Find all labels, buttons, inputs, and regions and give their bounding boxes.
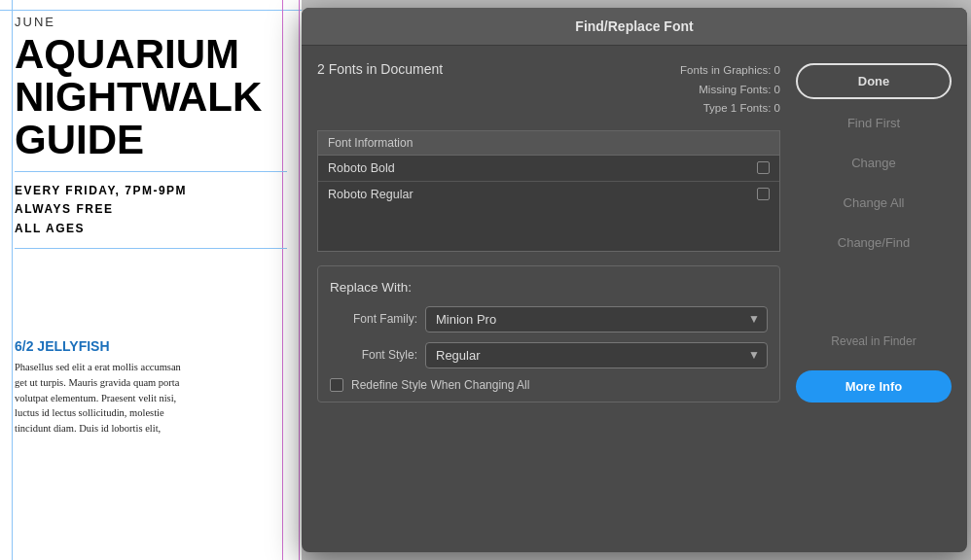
doc-subtitle-line2: ALWAYS FREE: [15, 200, 287, 219]
font-name-roboto-bold: Roboto Bold: [328, 161, 395, 175]
font-list-item[interactable]: Roboto Bold: [318, 156, 779, 182]
dialog-left-panel: 2 Fonts in Document Fonts in Graphics: 0…: [317, 61, 780, 402]
reveal-in-finder-button[interactable]: Reveal in Finder: [796, 326, 952, 357]
redefine-label: Redefine Style When Changing All: [351, 378, 529, 392]
font-family-row: Font Family: Minion Pro Arial Helvetica …: [330, 306, 768, 332]
dialog-right-panel: Done Find First Change Change All Change…: [796, 61, 952, 402]
fonts-in-graphics: Fonts in Graphics: 0: [680, 61, 780, 81]
doc-divider-1: [15, 171, 287, 172]
document-content: JUNE AQUARIUM NIGHTWALK GUIDE EVERY FRID…: [15, 15, 287, 259]
font-checkbox-roboto-bold[interactable]: [757, 161, 770, 174]
font-family-select[interactable]: Minion Pro Arial Helvetica Times New Rom…: [425, 306, 768, 332]
guide-horizontal-1: [0, 10, 302, 11]
font-list: Roboto Bold Roboto Regular: [317, 155, 780, 252]
doc-title-line1: AQUARIUM: [15, 33, 287, 76]
font-family-label: Font Family:: [330, 312, 417, 326]
find-first-button[interactable]: Find First: [796, 107, 952, 139]
doc-subtitle-line3: ALL AGES: [15, 220, 287, 238]
fonts-stats: Fonts in Graphics: 0 Missing Fonts: 0 Ty…: [680, 61, 780, 119]
doc-subtitle: EVERY FRIDAY, 7PM-9PM ALWAYS FREE ALL AG…: [15, 182, 287, 238]
more-info-button[interactable]: More Info: [796, 370, 952, 402]
doc-title-line2: NIGHTWALK: [15, 76, 287, 119]
doc-divider-2: [15, 248, 287, 249]
redefine-row: Redefine Style When Changing All: [330, 378, 768, 392]
font-style-row: Font Style: Regular Bold Italic Bold Ita…: [330, 342, 768, 368]
type1-fonts: Type 1 Fonts: 0: [680, 99, 780, 119]
find-replace-dialog: Find/Replace Font 2 Fonts in Document Fo…: [302, 8, 967, 552]
font-family-select-wrapper[interactable]: Minion Pro Arial Helvetica Times New Rom…: [425, 306, 768, 332]
doc-title: AQUARIUM NIGHTWALK GUIDE: [15, 33, 287, 161]
doc-event-title: 6/2 JELLYFISH: [15, 338, 287, 354]
guide-vertical-3: [299, 0, 300, 560]
doc-event-section: 6/2 JELLYFISH Phasellus sed elit a erat …: [15, 338, 287, 437]
doc-event-body: Phasellus sed elit a erat mollis accumsa…: [15, 360, 287, 437]
fonts-count-label: 2 Fonts in Document: [317, 61, 443, 77]
dialog-titlebar: Find/Replace Font: [302, 8, 967, 46]
font-info-label: Font Information: [328, 136, 413, 150]
change-find-button[interactable]: Change/Find: [796, 227, 952, 259]
doc-month: JUNE: [15, 15, 287, 29]
change-all-button[interactable]: Change All: [796, 187, 952, 219]
redefine-checkbox[interactable]: [330, 378, 343, 392]
change-button[interactable]: Change: [796, 147, 952, 179]
dialog-title: Find/Replace Font: [575, 18, 693, 34]
font-style-select[interactable]: Regular Bold Italic Bold Italic: [425, 342, 768, 368]
font-list-item[interactable]: Roboto Regular: [318, 182, 779, 207]
font-style-label: Font Style:: [330, 348, 417, 362]
guide-vertical-1: [12, 0, 13, 560]
doc-subtitle-line1: EVERY FRIDAY, 7PM-9PM: [15, 182, 287, 200]
dialog-body: 2 Fonts in Document Fonts in Graphics: 0…: [302, 46, 967, 418]
document-canvas: JUNE AQUARIUM NIGHTWALK GUIDE EVERY FRID…: [0, 0, 302, 560]
replace-with-title: Replace With:: [330, 280, 768, 295]
doc-event-date: 6/2: [15, 338, 33, 354]
font-name-roboto-regular: Roboto Regular: [328, 188, 414, 201]
missing-fonts: Missing Fonts: 0: [680, 81, 780, 100]
font-list-header: Font Information: [317, 130, 780, 155]
doc-event-name: JELLYFISH: [37, 338, 109, 354]
done-button[interactable]: Done: [796, 63, 952, 99]
replace-with-section: Replace With: Font Family: Minion Pro Ar…: [317, 265, 780, 402]
doc-title-line3: GUIDE: [15, 119, 287, 161]
font-style-select-wrapper[interactable]: Regular Bold Italic Bold Italic ▼: [425, 342, 768, 368]
fonts-summary: 2 Fonts in Document Fonts in Graphics: 0…: [317, 61, 780, 119]
font-checkbox-roboto-regular[interactable]: [757, 188, 770, 200]
